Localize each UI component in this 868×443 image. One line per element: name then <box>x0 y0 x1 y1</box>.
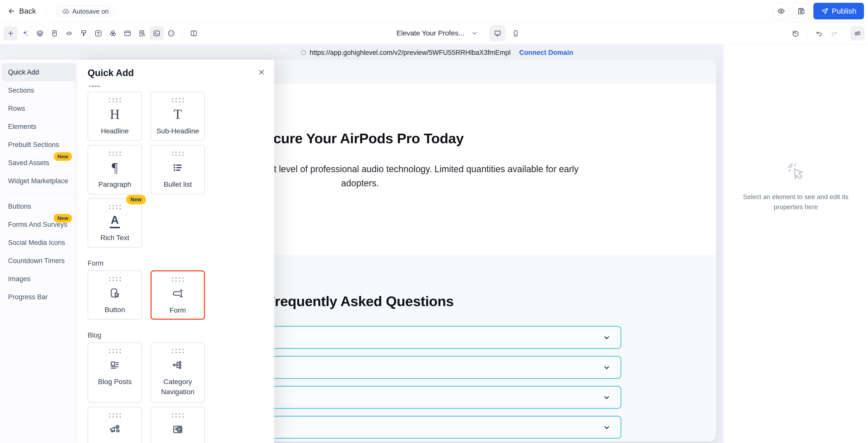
element-tile-bullet-list[interactable]: Bullet list <box>151 145 205 194</box>
paint-roller-tool-button[interactable] <box>76 26 91 40</box>
tile-icon-wrap <box>88 357 142 373</box>
button-click-icon <box>109 287 121 299</box>
tile-icon-wrap <box>151 421 205 438</box>
sidebar-item-images[interactable]: Images <box>2 270 75 288</box>
element-tile-button[interactable]: Button <box>88 270 142 320</box>
mobile-icon <box>512 29 520 37</box>
new-badge: New <box>54 152 72 161</box>
back-button[interactable]: Back <box>7 0 36 22</box>
page-selector-dropdown[interactable]: Elevate Your Profes... <box>390 29 485 37</box>
publish-label: Publish <box>832 7 857 15</box>
element-tile-category-navigation[interactable]: Category Navigation <box>151 342 205 403</box>
cloud-check-icon <box>62 8 69 15</box>
quick-add-section-blog: BlogBlog PostsCategory NavigationSocial … <box>88 331 264 443</box>
sidebar-item-quick-add[interactable]: Quick Add <box>2 63 75 81</box>
tile-label: Headline <box>88 126 142 136</box>
history-icon <box>792 29 800 37</box>
redo-button[interactable] <box>827 26 841 40</box>
sidebar-item-widget-marketplace[interactable]: Widget Marketplace <box>2 172 75 190</box>
tile-grid: HHeadlineTSub-Headline¶ParagraphBullet l… <box>88 92 264 248</box>
two-columns-tool-button[interactable] <box>187 26 200 40</box>
seo-doc-search-tool-button[interactable] <box>135 26 149 40</box>
new-badge: New <box>54 214 72 222</box>
section-label: Form <box>88 259 264 267</box>
properties-panel: Select an element to see and edit its pr… <box>723 44 868 443</box>
arrow-left-icon <box>7 7 16 15</box>
settings-sliders-button[interactable] <box>850 26 865 40</box>
cursor-click-icon <box>786 162 805 181</box>
element-tile-form[interactable]: Form <box>151 270 205 320</box>
quick-add-element-list: TextHHeadlineTSub-Headline¶ParagraphBull… <box>78 86 274 443</box>
typography-tool-button[interactable] <box>91 26 105 40</box>
drag-handle-dots <box>109 205 121 209</box>
color-circles-tool-button[interactable] <box>106 26 120 40</box>
two-columns-icon <box>190 29 197 37</box>
element-tile-subscribe-to-mailing-list[interactable]: Subscribe to Mailing List <box>151 407 205 443</box>
preview-button[interactable] <box>773 3 789 19</box>
autosave-label: Autosave on <box>72 7 109 15</box>
element-tile-rich-text[interactable]: ARich TextNew <box>88 198 142 248</box>
element-tile-paragraph[interactable]: ¶Paragraph <box>88 145 142 194</box>
connect-domain-link[interactable]: Connect Domain <box>519 49 573 57</box>
terminal-tool-button[interactable] <box>150 26 164 40</box>
mobile-view-button[interactable] <box>507 25 524 41</box>
element-tile-sub-headline[interactable]: TSub-Headline <box>151 92 205 141</box>
back-label: Back <box>19 7 36 15</box>
drag-handle-dots <box>109 277 121 281</box>
element-tile-headline[interactable]: HHeadline <box>88 92 142 141</box>
custom-code-tool-button[interactable] <box>62 26 76 40</box>
autosave-status: Autosave on <box>56 5 115 17</box>
cookie-icon <box>167 29 175 37</box>
sidebar-item-sections[interactable]: Sections <box>2 81 75 99</box>
category-navigation-icon <box>172 359 184 371</box>
color-circles-icon <box>109 29 117 37</box>
subscribe-mail-icon <box>172 423 184 436</box>
page-outline-tool-button[interactable] <box>47 26 61 40</box>
sidebar-item-saved-assets[interactable]: Saved AssetsNew <box>2 154 75 172</box>
close-panel-button[interactable] <box>255 66 268 78</box>
tile-icon-wrap: T <box>151 106 205 123</box>
subheadline-glyph-icon: T <box>174 106 182 122</box>
top-header: Back Autosave on Publish <box>0 0 868 22</box>
typography-icon <box>94 29 102 37</box>
tile-icon-wrap: A <box>88 213 142 229</box>
element-tile-social-share[interactable]: Social Share <box>88 407 142 443</box>
undo-button[interactable] <box>812 26 826 40</box>
element-tile-blog-posts[interactable]: Blog Posts <box>88 342 142 403</box>
section-label: Text <box>88 86 264 89</box>
form-field-icon <box>172 287 184 299</box>
builder-sidebar: Quick AddSectionsRowsElementsPrebuilt Se… <box>0 60 77 443</box>
tile-label: Bullet list <box>151 180 205 190</box>
section-frame-tool-button[interactable] <box>120 26 134 40</box>
tile-label: Form <box>152 305 204 315</box>
cookie-tool-button[interactable] <box>164 26 178 40</box>
sidebar-item-progress-bar[interactable]: Progress Bar <box>2 288 75 306</box>
headline-glyph-icon: H <box>110 106 120 122</box>
sidebar-item-buttons[interactable]: Buttons <box>2 197 75 216</box>
ai-sparkles-tool-button[interactable] <box>18 26 32 40</box>
sidebar-item-forms-and-surveys[interactable]: Forms And SurveysNew <box>2 216 75 233</box>
tile-label: Blog Posts <box>88 377 142 387</box>
quick-add-header: Quick Add <box>78 60 274 86</box>
builder-toolbar: Elevate Your Profes... <box>0 22 868 44</box>
tile-grid: Blog PostsCategory NavigationSocial Shar… <box>88 342 264 443</box>
sidebar-item-countdown-timers[interactable]: Countdown Timers <box>2 252 75 270</box>
tile-icon-wrap <box>152 285 204 302</box>
drag-handle-dots <box>109 349 121 353</box>
tile-label: Category Navigation <box>151 377 205 397</box>
sidebar-item-rows[interactable]: Rows <box>2 99 75 118</box>
save-button[interactable] <box>793 3 809 19</box>
quick-add-panel: Quick Add TextHHeadlineTSub-Headline¶Par… <box>77 60 274 443</box>
seo-doc-search-icon <box>138 29 146 37</box>
layers-tool-button[interactable] <box>33 26 47 40</box>
tile-icon-wrap <box>88 421 142 438</box>
sidebar-item-social-media-icons[interactable]: Social Media Icons <box>2 233 75 252</box>
sidebar-item-elements[interactable]: Elements <box>2 118 75 136</box>
desktop-view-button[interactable] <box>489 25 505 41</box>
sidebar-item-prebuilt-sections[interactable]: Prebuilt Sections <box>2 136 75 154</box>
undo-icon <box>815 29 823 37</box>
plus-tool-button[interactable] <box>3 26 18 40</box>
terminal-icon <box>153 29 161 37</box>
history-button[interactable] <box>788 26 803 40</box>
publish-button[interactable]: Publish <box>813 3 864 20</box>
